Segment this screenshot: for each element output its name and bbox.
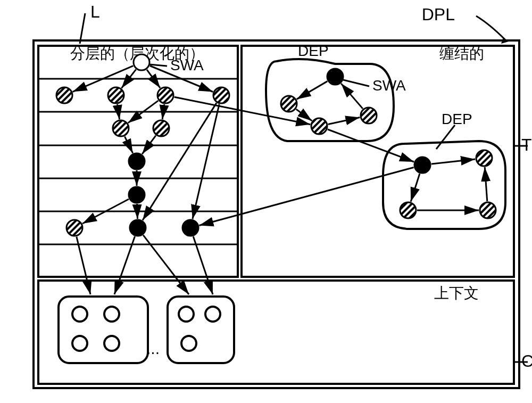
node-bC: [400, 202, 416, 218]
label-swa-left: SWA: [170, 57, 204, 73]
context-node: [181, 336, 196, 351]
edge-right: [328, 118, 360, 125]
leader-DPL: [476, 16, 505, 40]
node-r1b: [108, 87, 124, 103]
outer-frame: [34, 40, 519, 388]
label-DPL: DPL: [422, 5, 455, 24]
edge-left: [162, 104, 164, 119]
edge-left: [137, 204, 138, 219]
node-r5c: [182, 220, 198, 236]
context-group-1: [59, 297, 148, 363]
node-r1a: [56, 87, 72, 103]
label-L: L: [90, 2, 100, 21]
edge-right: [411, 174, 420, 202]
leader-swa-right: [343, 80, 369, 86]
leader-L: [80, 13, 85, 44]
node-tC: [311, 118, 327, 134]
context-node: [72, 307, 87, 322]
edge-cross: [199, 167, 413, 225]
edge-right: [341, 84, 363, 109]
context-node: [205, 307, 220, 322]
edge-right: [431, 159, 475, 164]
label-T: T: [521, 135, 532, 154]
context-group-2: [168, 297, 234, 363]
leader-swa-left: [149, 64, 167, 66]
label-C: C: [521, 351, 532, 371]
node-r2c: [153, 120, 169, 136]
right-panel-title: 缠结的: [439, 45, 484, 62]
node-r5a: [66, 220, 82, 236]
node-root: [134, 54, 149, 70]
node-bD: [480, 202, 496, 218]
node-r2b: [113, 120, 129, 136]
edge-right: [296, 109, 312, 121]
node-r3: [129, 153, 145, 169]
bottom-panel-title: 上下文: [434, 285, 479, 301]
ellipsis-label: ...: [146, 340, 160, 357]
context-node: [179, 307, 194, 322]
node-tD: [361, 108, 377, 124]
edge-left: [117, 104, 119, 119]
edge-right: [297, 81, 328, 100]
edge-left: [193, 104, 219, 219]
context-node: [72, 336, 87, 351]
label-dep-bottom: DEP: [442, 111, 472, 127]
context-node: [104, 307, 119, 322]
node-r1d: [213, 87, 229, 103]
edge-to-context: [77, 237, 90, 294]
node-r4: [129, 187, 145, 203]
context-node: [104, 336, 119, 351]
leader-dep-bottom: [436, 125, 455, 149]
node-bA: [414, 157, 430, 173]
node-tA: [327, 69, 343, 85]
node-bB: [476, 150, 492, 166]
node-tB: [281, 96, 297, 112]
node-r1c: [157, 87, 173, 103]
label-swa-right: SWA: [372, 77, 406, 94]
edge-right: [485, 167, 487, 201]
node-r5b: [130, 220, 146, 236]
label-dep-top: DEP: [298, 43, 329, 59]
edge-right: [328, 129, 414, 162]
